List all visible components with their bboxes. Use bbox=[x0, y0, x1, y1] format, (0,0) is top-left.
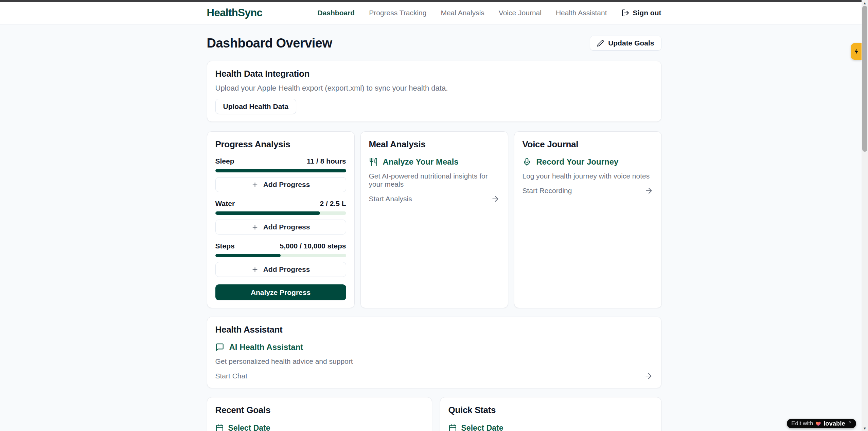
arrow-right-icon bbox=[644, 186, 653, 195]
quick-stats-select-date[interactable]: Select Date bbox=[448, 424, 653, 431]
voice-description: Log your health journey with voice notes bbox=[522, 172, 653, 180]
record-your-journey-link[interactable]: Record Your Journey bbox=[522, 157, 653, 167]
add-progress-label: Add Progress bbox=[263, 223, 310, 231]
chat-bubble-icon bbox=[215, 343, 224, 352]
side-panel-toggle-button[interactable] bbox=[851, 43, 862, 60]
metric-steps-label: Steps bbox=[215, 242, 235, 250]
app-header: HealthSync Dashboard Progress Tracking M… bbox=[0, 2, 868, 24]
start-analysis-action[interactable]: Start Analysis bbox=[369, 194, 500, 203]
metric-water-value: 2 / 2.5 L bbox=[320, 200, 346, 208]
nav-health-assistant[interactable]: Health Assistant bbox=[556, 9, 607, 17]
steps-progress-bar bbox=[215, 254, 346, 257]
health-assistant-title: Health Assistant bbox=[215, 324, 653, 335]
health-data-title: Health Data Integration bbox=[215, 69, 653, 79]
utensils-icon bbox=[369, 157, 378, 166]
edit-with-lovable-badge[interactable]: Edit with lovable × bbox=[787, 419, 856, 428]
metric-water-label: Water bbox=[215, 200, 235, 208]
plus-icon bbox=[251, 266, 259, 273]
health-data-integration-card: Health Data Integration Upload your Appl… bbox=[207, 61, 661, 122]
analyze-progress-button[interactable]: Analyze Progress bbox=[215, 284, 346, 300]
start-analysis-label: Start Analysis bbox=[369, 195, 412, 203]
quick-stats-card: Quick Stats Select Date Today Yesterday … bbox=[440, 397, 661, 431]
sign-out-button[interactable]: Sign out bbox=[621, 9, 661, 17]
add-progress-steps-button[interactable]: Add Progress bbox=[215, 262, 346, 277]
health-data-description: Upload your Apple Health export (export.… bbox=[215, 84, 653, 93]
recent-goals-select-date[interactable]: Select Date bbox=[215, 424, 424, 431]
page-title: Dashboard Overview bbox=[207, 36, 332, 51]
bolt-logo-icon bbox=[853, 48, 860, 55]
nav-voice-journal[interactable]: Voice Journal bbox=[499, 9, 542, 17]
sleep-progress-bar bbox=[215, 169, 346, 172]
update-goals-button[interactable]: Update Goals bbox=[590, 36, 661, 51]
nav-progress-tracking[interactable]: Progress Tracking bbox=[369, 9, 426, 17]
metric-steps-value: 5,000 / 10,000 steps bbox=[280, 242, 346, 250]
main-content: Dashboard Overview Update Goals Health D… bbox=[207, 36, 661, 431]
metric-sleep-value: 11 / 8 hours bbox=[307, 157, 346, 165]
assistant-description: Get personalized health advice and suppo… bbox=[215, 357, 653, 366]
calendar-icon bbox=[448, 424, 457, 431]
microphone-icon bbox=[522, 157, 531, 166]
voice-journal-card: Voice Journal Record Your Journey Log yo… bbox=[514, 131, 662, 308]
progress-analysis-title: Progress Analysis bbox=[215, 139, 346, 150]
quick-stats-title: Quick Stats bbox=[448, 405, 653, 415]
metric-water: Water 2 / 2.5 L Add Progress bbox=[215, 200, 346, 235]
plus-icon bbox=[251, 181, 259, 188]
add-progress-water-button[interactable]: Add Progress bbox=[215, 220, 346, 235]
scrollbar-thumb[interactable] bbox=[862, 6, 867, 152]
recent-goals-card: Recent Goals Select Date Today Yesterday… bbox=[207, 397, 432, 431]
water-progress-bar bbox=[215, 211, 346, 215]
ai-health-assistant-label: AI Health Assistant bbox=[229, 342, 303, 352]
arrow-right-icon bbox=[491, 194, 500, 203]
update-goals-label: Update Goals bbox=[608, 39, 654, 47]
record-your-journey-label: Record Your Journey bbox=[536, 157, 619, 167]
health-assistant-card: Health Assistant AI Health Assistant Get… bbox=[207, 317, 661, 388]
arrow-right-icon bbox=[644, 372, 653, 380]
metric-sleep: Sleep 11 / 8 hours Add Progress bbox=[215, 157, 346, 192]
logout-icon bbox=[621, 9, 630, 17]
start-recording-label: Start Recording bbox=[522, 187, 572, 195]
lovable-brand-label: lovable bbox=[823, 420, 845, 427]
main-nav: Dashboard Progress Tracking Meal Analysi… bbox=[318, 9, 661, 17]
recent-goals-title: Recent Goals bbox=[215, 405, 424, 415]
metric-sleep-label: Sleep bbox=[215, 157, 234, 165]
calendar-icon bbox=[215, 424, 224, 431]
edit-with-label: Edit with bbox=[791, 420, 813, 427]
meal-analysis-card: Meal Analysis Analyze Your Meals Get AI-… bbox=[360, 131, 508, 308]
metric-steps: Steps 5,000 / 10,000 steps Add Progress bbox=[215, 242, 346, 277]
plus-icon bbox=[251, 224, 259, 231]
analyze-your-meals-link[interactable]: Analyze Your Meals bbox=[369, 157, 500, 167]
select-date-label: Select Date bbox=[461, 424, 503, 431]
page-scrollbar[interactable]: ▲ ▼ bbox=[862, 0, 868, 431]
lovable-heart-icon bbox=[815, 421, 821, 427]
progress-analysis-card: Progress Analysis Sleep 11 / 8 hours Add… bbox=[207, 131, 355, 308]
analyze-your-meals-label: Analyze Your Meals bbox=[383, 157, 459, 167]
add-progress-sleep-button[interactable]: Add Progress bbox=[215, 177, 346, 192]
nav-dashboard[interactable]: Dashboard bbox=[318, 9, 355, 17]
scrollbar-up-arrow[interactable]: ▲ bbox=[862, 0, 868, 6]
badge-close-icon[interactable]: × bbox=[849, 419, 852, 425]
meal-analysis-title: Meal Analysis bbox=[369, 139, 500, 150]
nav-meal-analysis[interactable]: Meal Analysis bbox=[441, 9, 484, 17]
select-date-label: Select Date bbox=[228, 424, 270, 431]
start-chat-action[interactable]: Start Chat bbox=[215, 372, 653, 380]
meal-description: Get AI-powered nutritional insights for … bbox=[369, 172, 500, 188]
scrollbar-down-arrow[interactable]: ▼ bbox=[862, 425, 868, 431]
start-chat-label: Start Chat bbox=[215, 372, 248, 380]
add-progress-label: Add Progress bbox=[263, 181, 310, 189]
upload-health-data-button[interactable]: Upload Health Data bbox=[215, 99, 297, 114]
pencil-icon bbox=[597, 40, 604, 47]
add-progress-label: Add Progress bbox=[263, 265, 310, 274]
start-recording-action[interactable]: Start Recording bbox=[522, 186, 653, 195]
voice-journal-title: Voice Journal bbox=[522, 139, 653, 150]
ai-health-assistant-link[interactable]: AI Health Assistant bbox=[215, 342, 653, 352]
sign-out-label: Sign out bbox=[633, 9, 661, 17]
app-logo[interactable]: HealthSync bbox=[207, 7, 263, 19]
